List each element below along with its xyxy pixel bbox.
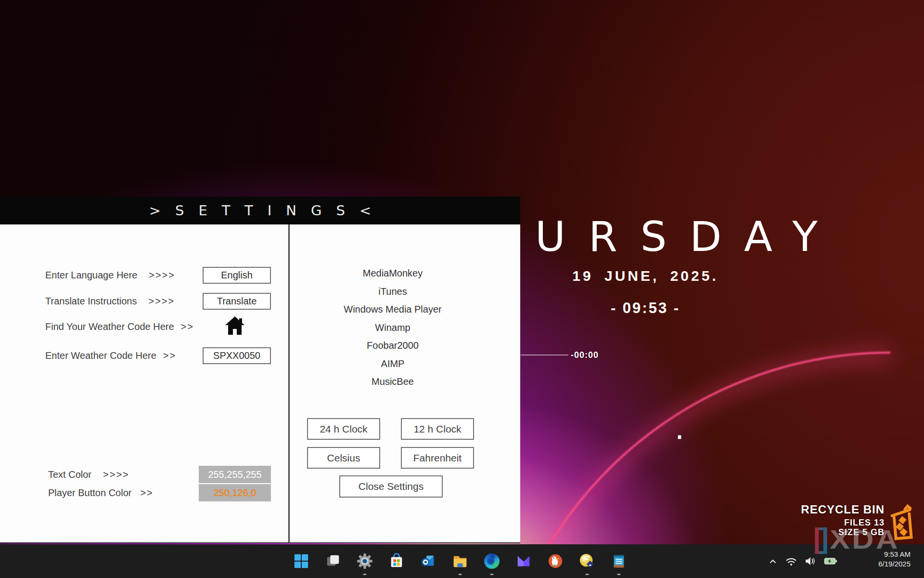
- translate-label: Translate Instructions: [45, 296, 137, 307]
- wifi-icon[interactable]: [785, 556, 797, 566]
- xda-watermark: [ ] XDA: [813, 524, 892, 553]
- text-color-label: Text Color: [48, 469, 91, 480]
- player-button-color-arrows: >>: [140, 487, 153, 499]
- clock-24h-button[interactable]: 24 h Clock: [307, 418, 380, 440]
- translate-arrows: >>>>: [148, 296, 175, 307]
- start-button-icon[interactable]: [293, 552, 310, 570]
- settings-title: >SETTINGS<: [149, 202, 385, 219]
- weather-code-input[interactable]: SPXX0050: [203, 347, 271, 364]
- home-icon[interactable]: [224, 315, 245, 338]
- wireless-utility-icon[interactable]: [578, 552, 596, 570]
- microsoft-store-icon[interactable]: [388, 552, 405, 570]
- text-color-value[interactable]: 255,255,255: [199, 466, 271, 483]
- language-input[interactable]: English: [203, 267, 271, 284]
- close-settings-button[interactable]: Close Settings: [339, 475, 443, 498]
- player-button-color-label: Player Button Color: [48, 487, 131, 499]
- player-option-mediamonkey[interactable]: MediaMonkey: [290, 264, 496, 283]
- taskbar-icons: [293, 544, 628, 578]
- battery-charging-icon[interactable]: [824, 556, 837, 566]
- celsius-button[interactable]: Celsius: [307, 447, 380, 469]
- date-text: 19 JUNE, 2025.: [572, 268, 718, 284]
- player-option-aimp[interactable]: AIMP: [290, 355, 496, 373]
- weather-code-find-row: Find Your Weather Code Here >>: [45, 315, 271, 338]
- recycle-bin-title[interactable]: RECYCLE BIN: [801, 503, 885, 516]
- notepad-icon[interactable]: [610, 552, 628, 570]
- settings-header: >SETTINGS<: [0, 197, 520, 224]
- player-option-foobar2000[interactable]: Foobar2000: [290, 337, 496, 355]
- proton-mail-icon[interactable]: [515, 552, 532, 570]
- text-color-arrows: >>>>: [103, 469, 129, 480]
- clock-12h-button[interactable]: 12 h Clock: [401, 418, 474, 440]
- file-explorer-icon[interactable]: [451, 552, 469, 570]
- fahrenheit-button[interactable]: Fahrenheit: [401, 447, 474, 469]
- player-option-wmp[interactable]: Windows Media Player: [290, 301, 496, 319]
- language-row: Enter Language Here >>>> English: [45, 265, 271, 285]
- weather-code-row: Enter Weather Code Here >> SPXX0050: [45, 346, 271, 365]
- mouse-cursor: [678, 435, 681, 439]
- weather-code-find-label: Find Your Weather Code Here: [45, 321, 174, 332]
- player-progress-line[interactable]: [521, 355, 568, 355]
- weather-code-find-arrows: >>: [181, 321, 194, 332]
- time-text: - 09:53 -: [611, 300, 680, 317]
- weather-code-arrows: >>: [163, 350, 176, 361]
- language-label: Enter Language Here: [45, 270, 137, 281]
- tray-chevron-up-icon[interactable]: [768, 556, 778, 566]
- running-indicator: [490, 574, 494, 575]
- player-option-musicbee[interactable]: MusicBee: [290, 373, 496, 391]
- player-button-color-value[interactable]: 250,126,0: [199, 484, 271, 501]
- watermark-bracket-right: ]: [819, 524, 829, 553]
- running-indicator: [586, 574, 589, 575]
- weather-code-label: Enter Weather Code Here: [45, 350, 156, 361]
- player-option-itunes[interactable]: iTunes: [290, 283, 496, 301]
- language-arrows: >>>>: [149, 270, 175, 281]
- outlook-mail-icon[interactable]: [420, 552, 437, 570]
- settings-gear-icon[interactable]: [356, 552, 373, 570]
- watermark-text: XDA: [830, 526, 900, 553]
- task-view-icon[interactable]: [324, 552, 342, 570]
- edge-swirl: [484, 553, 500, 569]
- tray-date: 6/19/2025: [878, 559, 911, 569]
- edge-browser-icon[interactable]: [483, 552, 500, 570]
- text-color-row: Text Color >>>> 255,255,255: [48, 466, 271, 483]
- duckduckgo-icon[interactable]: [547, 552, 564, 570]
- media-player-list: MediaMonkey iTunes Windows Media Player …: [290, 264, 496, 391]
- player-track-time: -00:00: [571, 350, 599, 360]
- desktop: URSDAY 19 JUNE, 2025. - 09:53 - -00:00 R…: [0, 0, 924, 578]
- translate-button[interactable]: Translate: [203, 293, 271, 310]
- weekday-text: URSDAY: [535, 212, 841, 261]
- running-indicator: [363, 574, 367, 575]
- player-button-color-row: Player Button Color >> 250,126,0: [48, 484, 271, 501]
- running-indicator: [459, 574, 462, 575]
- translate-row: Translate Instructions >>>> Translate: [45, 291, 271, 311]
- running-indicator: [617, 574, 621, 575]
- volume-icon[interactable]: [805, 556, 816, 566]
- player-option-winamp[interactable]: Winamp: [290, 319, 496, 337]
